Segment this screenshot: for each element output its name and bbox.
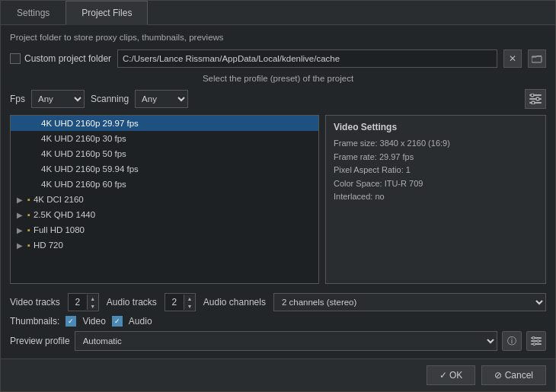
video-tracks-spinbox[interactable]: ▲ ▼ (68, 293, 99, 311)
footer: ✓ OK ⊘ Cancel (1, 359, 555, 391)
ok-button[interactable]: ✓ OK (427, 365, 476, 385)
preview-info-button[interactable]: ⓘ (502, 331, 522, 351)
profile-list[interactable]: 4K UHD 2160p 29.97 fps 4K UHD 2160p 30 f… (10, 115, 319, 284)
bottom-controls: Video tracks ▲ ▼ Audio tracks ▲ ▼ (10, 290, 546, 351)
svg-point-11 (537, 340, 539, 343)
custom-folder-label: Custom project folder (24, 53, 111, 64)
audio-channels-select[interactable]: 2 channels (stereo) (273, 293, 546, 311)
svg-rect-8 (531, 340, 542, 342)
audio-tracks-arrows: ▲ ▼ (184, 295, 195, 310)
video-tracks-input[interactable] (69, 297, 87, 308)
tree-arrow-icon: ▶ (17, 226, 24, 234)
audio-channels-label: Audio channels (203, 297, 266, 308)
tab-project-files[interactable]: Project Files (66, 1, 148, 25)
svg-point-10 (532, 337, 535, 339)
audio-tracks-up[interactable]: ▲ (184, 295, 195, 302)
list-item[interactable]: ▶ ▪ Full HD 1080 (11, 222, 318, 237)
svg-point-4 (531, 94, 534, 97)
tab-bar: Settings Project Files (1, 1, 555, 25)
content-area: Project folder to store proxy clips, thu… (1, 25, 555, 359)
svg-rect-9 (531, 343, 542, 345)
profile-select-label: Select the profile (preset) of the proje… (10, 74, 546, 83)
custom-folder-checkbox-label[interactable]: Custom project folder (10, 53, 111, 64)
list-item-label: HD 720 (34, 241, 63, 250)
scanning-select[interactable]: Any (135, 90, 188, 108)
video-settings-panel: Video Settings Frame size: 3840 x 2160 (… (325, 115, 546, 284)
tree-arrow-icon: ▶ (17, 211, 24, 219)
folder-icon: ▪ (27, 210, 30, 219)
preview-row: Preview profile Automatic ⓘ (10, 331, 546, 351)
list-item[interactable]: 4K UHD 2160p 50 fps (11, 146, 318, 161)
cancel-button[interactable]: ⊘ Cancel (481, 365, 546, 385)
list-item[interactable]: ▶ ▪ 2.5K QHD 1440 (11, 207, 318, 222)
list-item[interactable]: 4K UHD 2160p 30 fps (11, 131, 318, 146)
audio-tracks-input[interactable] (165, 297, 184, 308)
video-checkbox-check: ✓ (68, 317, 74, 325)
folder-row: Custom project folder ✕ (10, 49, 546, 68)
video-thumbnail-checkbox[interactable]: ✓ (66, 316, 76, 327)
clear-path-button[interactable]: ✕ (503, 49, 522, 68)
audio-tracks-spinbox[interactable]: ▲ ▼ (165, 293, 196, 311)
audio-tracks-down[interactable]: ▼ (184, 302, 195, 310)
browse-folder-button[interactable] (528, 49, 546, 68)
interlaced-line: Interlaced: no (334, 190, 538, 204)
preview-profile-select[interactable]: Automatic (75, 331, 497, 351)
list-item[interactable]: ▶ ▪ 4K DCI 2160 (11, 192, 318, 207)
fps-row: Fps Any Scanning Any (10, 89, 546, 109)
svg-point-6 (532, 101, 535, 104)
list-item[interactable]: ▶ ▪ HD 720 (11, 237, 318, 253)
video-tracks-arrows: ▲ ▼ (87, 295, 98, 310)
pixel-aspect-line: Pixel Aspect Ratio: 1 (334, 164, 538, 177)
color-space-line: Color Space: ITU-R 709 (334, 177, 538, 191)
tree-arrow-icon: ▶ (17, 241, 24, 250)
video-thumb-label: Video (82, 316, 105, 327)
frame-rate-line: Frame rate: 29.97 fps (334, 151, 538, 164)
tree-arrow-icon: ▶ (17, 196, 24, 204)
list-item[interactable]: 4K UHD 2160p 59.94 fps (11, 161, 318, 177)
svg-point-5 (536, 97, 539, 100)
folder-icon: ▪ (27, 195, 30, 204)
preview-profile-label: Preview profile (10, 336, 70, 346)
audio-thumbnail-checkbox[interactable]: ✓ (112, 316, 123, 327)
fps-label: Fps (10, 94, 25, 104)
middle-panel: 4K UHD 2160p 29.97 fps 4K UHD 2160p 30 f… (10, 115, 546, 284)
video-tracks-label: Video tracks (10, 297, 60, 308)
fps-select[interactable]: Any (31, 90, 85, 108)
video-tracks-up[interactable]: ▲ (88, 295, 98, 302)
thumbnails-label: Thumbnails: (10, 316, 59, 327)
video-tracks-down[interactable]: ▼ (88, 302, 98, 310)
folder-icon: ▪ (27, 241, 30, 250)
svg-point-12 (533, 343, 535, 346)
folder-path-input[interactable] (117, 49, 497, 68)
list-item-label: 2.5K QHD 1440 (34, 210, 95, 219)
video-settings-title: Video Settings (334, 122, 538, 132)
list-item[interactable]: 4K UHD 2160p 29.97 fps (11, 116, 318, 131)
audio-checkbox-check: ✓ (114, 317, 120, 325)
list-item-label: 4K DCI 2160 (34, 195, 84, 204)
list-item[interactable]: 4K UHD 2160p 60 fps (11, 177, 318, 192)
tracks-row: Video tracks ▲ ▼ Audio tracks ▲ ▼ (10, 293, 546, 311)
filter-settings-button[interactable] (525, 89, 546, 109)
custom-folder-checkbox[interactable] (10, 53, 21, 64)
list-item-label: Full HD 1080 (34, 225, 85, 234)
frame-size-line: Frame size: 3840 x 2160 (16:9) (334, 137, 538, 151)
folder-icon: ▪ (27, 225, 30, 234)
scanning-label: Scanning (91, 94, 129, 104)
main-window: Settings Project Files Project folder to… (0, 0, 556, 392)
thumbnails-row: Thumbnails: ✓ Video ✓ Audio (10, 316, 546, 327)
audio-thumb-label: Audio (129, 316, 152, 327)
audio-tracks-label: Audio tracks (107, 297, 157, 308)
project-folder-label: Project folder to store proxy clips, thu… (10, 33, 546, 42)
tab-settings[interactable]: Settings (1, 1, 66, 24)
preview-settings-button[interactable] (526, 331, 546, 351)
